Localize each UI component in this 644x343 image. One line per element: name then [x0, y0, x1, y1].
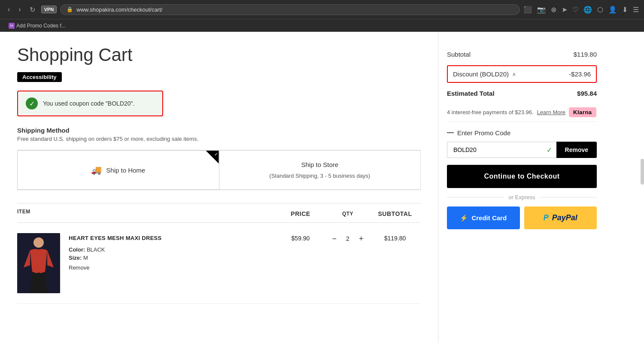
ship-to-store-sublabel: (Standard Shipping, 3 - 5 business days) — [269, 173, 370, 179]
or-express-divider: or Express — [447, 194, 597, 200]
back-button[interactable]: ‹ — [5, 4, 12, 15]
ship-to-home-option[interactable]: 🚚 Ship to Home — [17, 150, 219, 190]
ship-to-store-label: Ship to Store — [301, 161, 338, 168]
camera-icon[interactable]: 📷 — [537, 6, 546, 14]
bookmarks-bar: M Add Promo Codes f... — [0, 19, 644, 32]
qty-increase-button[interactable]: + — [357, 235, 365, 243]
checkout-button[interactable]: Continue to Checkout — [447, 165, 597, 188]
menu-icon[interactable]: ☰ — [633, 6, 639, 14]
bookmark-promo[interactable]: M Add Promo Codes f... — [5, 22, 69, 30]
lock-icon: 🔒 — [67, 6, 73, 12]
heart-icon[interactable]: ♡ — [572, 6, 578, 14]
promo-code-input[interactable] — [447, 142, 542, 158]
paypal-button[interactable]: P PayPal — [524, 206, 597, 229]
discount-label: Discount (BOLD20) ∧ — [453, 70, 516, 78]
discount-row: Discount (BOLD20) ∧ -$23.96 — [447, 65, 597, 83]
main-area: Shopping Cart Accessibility ✓ You used c… — [0, 32, 438, 343]
shipping-options: 🚚 Ship to Home Ship to Store (Standard S… — [17, 150, 421, 190]
item-color-value: BLACK — [87, 246, 105, 253]
truck-icon: 🚚 — [91, 165, 102, 175]
accessibility-badge[interactable]: Accessibility — [17, 72, 62, 82]
page-content: Shopping Cart Accessibility ✓ You used c… — [0, 32, 644, 343]
item-subtotal: $119.80 — [369, 233, 421, 242]
cart-table-header: ITEM PRICE QTY SUBTOTAL — [17, 203, 421, 223]
shipping-method-label: Shipping Method — [17, 127, 421, 134]
promo-header-label: Enter Promo Code — [457, 129, 510, 137]
table-row: HEART EYES MESH MAXI DRESS Color: BLACK … — [17, 223, 421, 304]
promo-input-row: ✓ Remove — [447, 142, 597, 158]
subtotal-label: Subtotal — [447, 51, 471, 58]
vpn-badge: VPN — [41, 6, 57, 13]
coupon-message: You used coupon code "BOLD20". — [43, 100, 134, 107]
promo-remove-button[interactable]: Remove — [556, 142, 597, 158]
estimated-total-value: $95.84 — [577, 90, 597, 97]
estimated-total-row: Estimated Total $95.84 — [447, 84, 597, 103]
block-icon[interactable]: ⊗ — [551, 6, 556, 14]
bookmark-favicon: M — [9, 23, 15, 29]
qty-value: 2 — [343, 235, 352, 242]
address-bar[interactable]: 🔒 www.shopakira.com/checkout/cart/ — [60, 4, 520, 15]
klarna-badge: Klarna — [569, 107, 596, 117]
credit-card-button[interactable]: ⚡ Credit Card — [447, 206, 520, 229]
browser-toolbar-icons: ⬛ 📷 ⊗ ➤ ♡ 🌐 ⬡ 👤 ⬇ ☰ — [523, 6, 639, 14]
extensions-icon[interactable]: ⬛ — [523, 6, 532, 14]
discount-text: Discount (BOLD20) — [453, 70, 509, 78]
page-title: Shopping Cart — [17, 45, 421, 65]
col-price-header: PRICE — [275, 209, 326, 217]
express-buttons: ⚡ Credit Card P PayPal — [447, 206, 597, 229]
estimated-total-label: Estimated Total — [447, 90, 495, 97]
item-size: Size: M — [69, 255, 162, 261]
promo-valid-icon: ✓ — [542, 142, 556, 158]
col-item-header: ITEM — [17, 209, 275, 217]
col-qty-header: QTY — [326, 209, 369, 217]
coupon-check-icon: ✓ — [26, 97, 38, 109]
shipping-method-desc: Free standard U.S. shipping on orders $7… — [17, 136, 421, 142]
or-express-text: or Express — [508, 194, 535, 200]
download-icon[interactable]: ⬇ — [622, 6, 628, 14]
lightning-icon: ⚡ — [460, 214, 468, 222]
item-name: HEART EYES MESH MAXI DRESS — [69, 235, 162, 241]
discount-amount: -$23.96 — [569, 70, 591, 78]
bookmark-label: Add Promo Codes f... — [16, 23, 66, 29]
svg-point-1 — [33, 237, 44, 248]
subtotal-value: $119.80 — [574, 51, 597, 58]
earth-icon[interactable]: 🌐 — [583, 6, 592, 14]
paypal-p-icon: P — [544, 213, 549, 222]
item-qty-control: − 2 + — [326, 233, 369, 243]
url-text: www.shopakira.com/checkout/cart/ — [76, 6, 162, 13]
qty-decrease-button[interactable]: − — [330, 235, 338, 243]
paypal-paypal-icon: PayPal — [552, 213, 577, 222]
ship-to-store-option[interactable]: Ship to Store (Standard Shipping, 3 - 5 … — [219, 150, 421, 190]
scrollbar[interactable] — [641, 159, 644, 185]
extension2-icon[interactable]: ⬡ — [597, 6, 603, 14]
forward-button[interactable]: › — [16, 4, 23, 15]
item-color: Color: BLACK — [69, 246, 162, 253]
item-size-value: M — [83, 255, 88, 261]
promo-header: — Enter Promo Code — [447, 129, 597, 137]
subtotal-row: Subtotal $119.80 — [447, 45, 597, 64]
credit-card-label: Credit Card — [471, 214, 507, 222]
klarna-section: 4 interest-free payments of $23.96. Lear… — [447, 103, 597, 122]
coupon-banner: ✓ You used coupon code "BOLD20". — [17, 91, 163, 116]
send-icon[interactable]: ➤ — [562, 6, 567, 14]
item-details: HEART EYES MESH MAXI DRESS Color: BLACK … — [69, 233, 162, 271]
browser-chrome: ‹ › ↻ VPN 🔒 www.shopakira.com/checkout/c… — [0, 0, 644, 19]
ship-to-home-label: Ship to Home — [106, 167, 145, 174]
promo-minus-icon: — — [447, 129, 454, 137]
selected-checkmark — [206, 151, 219, 164]
promo-section: — Enter Promo Code ✓ Remove — [447, 129, 597, 158]
klarna-learn-more-link[interactable]: Learn More — [537, 109, 565, 115]
user-icon[interactable]: 👤 — [608, 6, 617, 14]
order-summary: Subtotal $119.80 Discount (BOLD20) ∧ -$2… — [447, 45, 597, 229]
item-price: $59.90 — [275, 233, 326, 242]
item-image — [17, 233, 60, 293]
col-subtotal-header: SUBTOTAL — [369, 209, 421, 217]
item-info: HEART EYES MESH MAXI DRESS Color: BLACK … — [17, 233, 275, 293]
item-remove-link[interactable]: Remove — [69, 264, 162, 271]
sidebar: Subtotal $119.80 Discount (BOLD20) ∧ -$2… — [438, 32, 610, 343]
cart-table: ITEM PRICE QTY SUBTOTAL — [17, 203, 421, 304]
discount-chevron-icon[interactable]: ∧ — [512, 71, 516, 77]
refresh-button[interactable]: ↻ — [27, 4, 38, 15]
klarna-text: 4 interest-free payments of $23.96. — [447, 109, 534, 115]
